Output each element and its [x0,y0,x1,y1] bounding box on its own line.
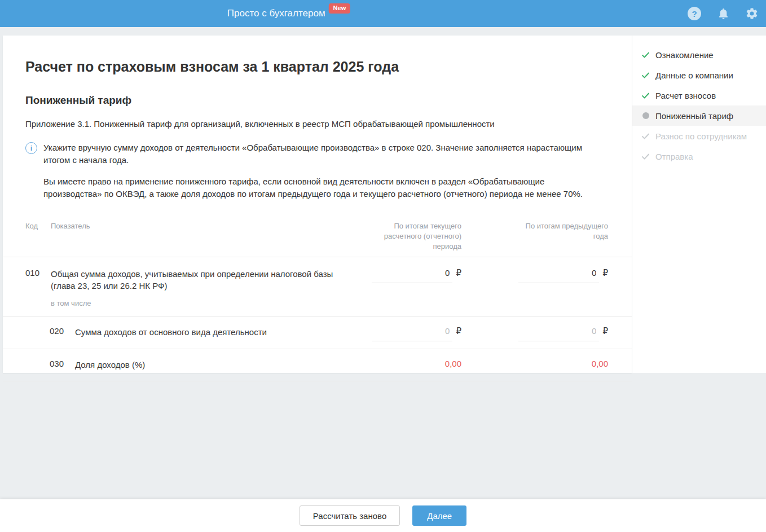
step-ponizhennyi-tarif[interactable]: Пониженный тариф [632,105,766,126]
check-icon [641,50,650,60]
step-dannye-o-kompanii[interactable]: Данные о компании [632,65,766,85]
step-oznakomlenie[interactable]: Ознакомление [632,45,766,65]
recalculate-button[interactable]: Рассчитать заново [300,505,400,526]
row-note: в том числе [51,297,353,309]
step-label: Данные о компании [655,71,733,80]
row-label: Доля доходов (%) [75,359,394,371]
share-current-value: 0,00 [445,359,461,368]
table-row-010: 010 Общая сумма доходов, учитываемых при… [3,257,632,317]
ruble-sign: ₽ [456,268,461,278]
row-code: 020 [50,326,75,336]
step-label: Ознакомление [655,50,714,60]
gear-icon[interactable] [745,7,759,20]
step-label: Расчет взносов [655,91,716,100]
step-raznos-po-sotrudnikam[interactable]: Разнос по сотрудникам [632,126,766,146]
ruble-sign: ₽ [456,326,461,336]
ruble-sign: ₽ [602,268,608,278]
row-code: 030 [50,359,75,368]
ruble-sign: ₽ [602,326,608,336]
previous-year-cell: 0,00 [516,359,608,368]
previous-year-cell: ₽ [516,268,608,283]
steps-list: Ознакомление Данные о компании Расчет вз… [632,36,766,166]
current-period-cell: ₽ [369,268,461,283]
row-label: Общая сумма доходов, учитываемых при опр… [51,268,353,292]
check-icon [641,71,650,80]
previous-year-cell: ₽ [516,326,608,341]
step-label: Разнос по сотрудникам [655,131,747,141]
tariff-table: Код Показатель По итогам текущего расчет… [3,221,632,381]
bell-icon[interactable] [716,7,730,20]
share-previous-value: 0,00 [592,359,608,368]
step-raschet-vznosov[interactable]: Расчет взносов [632,85,766,105]
header-previous-year: По итогам предыдущего года [516,221,608,241]
page-title: Расчет по страховым взносам за 1 квартал… [3,36,632,75]
info-icon: i [25,142,37,154]
current-period-input-020[interactable] [372,326,452,341]
app-title-group: Просто с бухгалтером New [227,0,350,27]
table-header-row: Код Показатель По итогам текущего расчет… [3,221,632,257]
steps-sidebar: Ознакомление Данные о компании Расчет вз… [632,36,766,373]
appendix-subtitle: Приложение 3.1. Пониженный тариф для орг… [3,119,632,129]
table-row-030: 030 Доля доходов (%) 0,00 0,00 [3,349,632,381]
info-paragraph-2: Вы имеете право на применение пониженног… [43,175,598,200]
current-period-cell: ₽ [394,326,461,341]
info-texts: Укажите вручную сумму доходов от деятель… [43,142,598,200]
info-block: i Укажите вручную сумму доходов от деяте… [3,142,632,200]
previous-year-input-020[interactable] [518,326,599,341]
section-title: Пониженный тариф [3,94,632,107]
current-period-cell: 0,00 [394,359,461,368]
main-content-card: Расчет по страховым взносам за 1 квартал… [3,36,632,373]
table-row-020: 020 Сумма доходов от основного вида деят… [3,317,632,349]
app-title: Просто с бухгалтером [227,8,325,19]
current-step-dot-icon [641,111,650,121]
header-indicator: Показатель [51,221,369,231]
check-icon [641,131,650,141]
help-icon[interactable]: ? [688,7,701,20]
header-icons: ? [688,0,759,27]
info-paragraph-1: Укажите вручную сумму доходов от деятель… [43,142,598,166]
step-otpravka[interactable]: Отправка [632,146,766,166]
step-label: Пониженный тариф [655,111,733,121]
header-current-period: По итогам текущего расчетного (отчетного… [369,221,461,252]
row-label-block: Общая сумма доходов, учитываемых при опр… [51,268,369,309]
row-code: 010 [25,268,51,278]
next-button[interactable]: Далее [412,505,466,526]
check-icon [641,91,650,100]
check-icon [641,152,650,161]
step-label: Отправка [655,152,693,161]
app-header: Просто с бухгалтером New ? [0,0,766,27]
footer-bar: Рассчитать заново Далее [0,499,766,532]
header-code: Код [25,221,51,231]
previous-year-input-010[interactable] [518,268,599,283]
new-badge: New [329,3,351,14]
current-period-input-010[interactable] [372,268,452,283]
row-label: Сумма доходов от основного вида деятельн… [75,326,394,338]
